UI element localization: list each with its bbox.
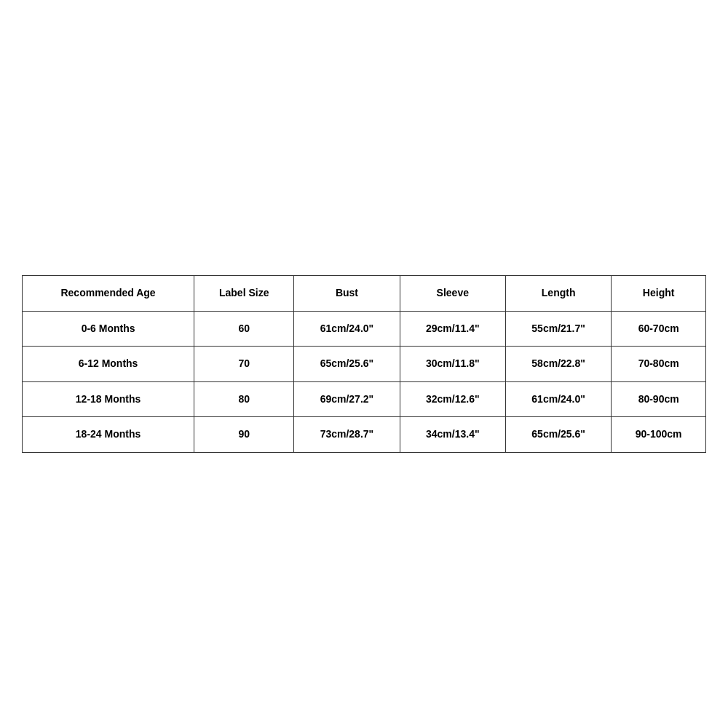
table-header-row: Recommended Age Label Size Bust Sleeve L…	[23, 276, 706, 312]
table-row: 18-24 Months9073cm/28.7"34cm/13.4"65cm/2…	[23, 417, 706, 453]
header-recommended-age: Recommended Age	[23, 276, 194, 312]
cell-age: 0-6 Months	[23, 311, 194, 347]
table-row: 6-12 Months7065cm/25.6"30cm/11.8"58cm/22…	[23, 347, 706, 382]
cell-height: 60-70cm	[612, 311, 706, 347]
cell-length: 61cm/24.0"	[505, 381, 611, 417]
cell-length: 55cm/21.7"	[505, 311, 611, 347]
cell-label-size: 60	[194, 311, 294, 347]
cell-label-size: 80	[194, 381, 294, 417]
cell-height: 70-80cm	[612, 347, 706, 382]
header-height: Height	[612, 276, 706, 312]
cell-age: 18-24 Months	[23, 417, 194, 453]
cell-bust: 69cm/27.2"	[294, 381, 400, 417]
cell-bust: 73cm/28.7"	[294, 417, 400, 453]
header-bust: Bust	[294, 276, 400, 312]
size-chart-table: Recommended Age Label Size Bust Sleeve L…	[22, 275, 706, 453]
size-chart-container: Recommended Age Label Size Bust Sleeve L…	[22, 275, 706, 453]
cell-sleeve: 34cm/13.4"	[400, 417, 505, 453]
cell-height: 90-100cm	[612, 417, 706, 453]
header-sleeve: Sleeve	[400, 276, 505, 312]
cell-label-size: 90	[194, 417, 294, 453]
cell-height: 80-90cm	[612, 381, 706, 417]
table-row: 12-18 Months8069cm/27.2"32cm/12.6"61cm/2…	[23, 381, 706, 417]
cell-sleeve: 32cm/12.6"	[400, 381, 505, 417]
cell-length: 65cm/25.6"	[505, 417, 611, 453]
cell-label-size: 70	[194, 347, 294, 382]
cell-length: 58cm/22.8"	[505, 347, 611, 382]
cell-bust: 65cm/25.6"	[294, 347, 400, 382]
cell-sleeve: 29cm/11.4"	[400, 311, 505, 347]
cell-age: 6-12 Months	[23, 347, 194, 382]
header-label-size: Label Size	[194, 276, 294, 312]
cell-sleeve: 30cm/11.8"	[400, 347, 505, 382]
cell-age: 12-18 Months	[23, 381, 194, 417]
header-length: Length	[505, 276, 611, 312]
cell-bust: 61cm/24.0"	[294, 311, 400, 347]
table-row: 0-6 Months6061cm/24.0"29cm/11.4"55cm/21.…	[23, 311, 706, 347]
